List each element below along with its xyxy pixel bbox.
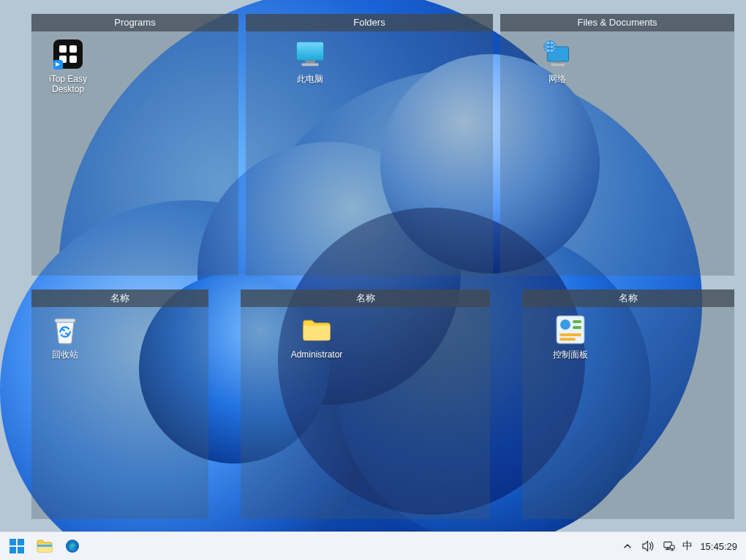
itop-icon [53, 39, 83, 69]
svg-rect-7 [297, 42, 323, 61]
desktop-icon-label: 控制面板 [543, 349, 598, 360]
fence-name3-title[interactable]: 名称 [522, 290, 734, 307]
svg-rect-26 [37, 545, 52, 547]
windows-logo-icon [10, 539, 24, 553]
tray-sound[interactable] [641, 540, 655, 553]
desktop-icon-administrator-folder[interactable]: Administrator [285, 314, 349, 360]
speaker-icon [642, 540, 655, 552]
network-icon [542, 39, 573, 69]
desktop-icon-control-panel[interactable]: 控制面板 [543, 314, 598, 360]
network-tray-icon [663, 540, 675, 552]
fence-programs[interactable]: Programs iTop Easy Desktop [31, 14, 238, 276]
taskbar-file-explorer[interactable] [32, 534, 57, 558]
desktop-icon-this-pc[interactable]: 此电脑 [282, 39, 338, 84]
tray-show-hidden-icons[interactable] [621, 540, 634, 553]
svg-rect-29 [667, 548, 669, 549]
taskbar: 中 15:45:29 [0, 531, 746, 560]
svg-rect-22 [18, 539, 24, 545]
svg-point-16 [560, 319, 570, 330]
tray-network[interactable] [662, 540, 675, 553]
desktop-icon-label: Administrator [285, 349, 349, 360]
tray-ime-indicator[interactable]: 中 [682, 540, 693, 553]
desktop-icon-network[interactable]: 网络 [530, 39, 585, 84]
svg-rect-32 [671, 549, 673, 550]
desktop-icon-label: 回收站 [37, 349, 93, 360]
svg-rect-12 [551, 64, 565, 67]
fence-name2-title[interactable]: 名称 [241, 290, 490, 307]
start-button[interactable] [4, 534, 29, 558]
taskbar-clock[interactable]: 15:45:29 [700, 541, 737, 552]
svg-rect-9 [302, 63, 319, 66]
folder-icon [301, 314, 332, 345]
fence-files-documents[interactable]: Files & Documents 网络 [500, 14, 734, 276]
fence-programs-title[interactable]: Programs [31, 14, 238, 31]
svg-rect-18 [573, 326, 581, 329]
desktop-icon-label: 此电脑 [282, 74, 338, 84]
fence-files-title[interactable]: Files & Documents [500, 14, 734, 31]
fence-folders-title[interactable]: Folders [246, 14, 493, 31]
svg-rect-31 [670, 545, 674, 549]
svg-rect-20 [560, 338, 576, 341]
svg-rect-17 [573, 320, 581, 323]
fence-name-1[interactable]: 名称 回收站 [31, 290, 208, 519]
svg-rect-30 [666, 549, 671, 550]
svg-rect-11 [554, 61, 562, 64]
svg-rect-14 [55, 319, 75, 322]
svg-rect-24 [18, 547, 24, 553]
fence-name1-title[interactable]: 名称 [31, 290, 208, 307]
this-pc-icon [295, 39, 325, 69]
desktop-icon-label: iTop Easy Desktop [40, 74, 96, 94]
svg-rect-23 [10, 547, 16, 553]
taskbar-edge[interactable] [60, 534, 85, 558]
svg-rect-33 [671, 550, 674, 550]
svg-rect-19 [560, 333, 581, 336]
chevron-up-icon [623, 542, 632, 550]
control-panel-icon [555, 314, 586, 345]
fence-name-3[interactable]: 名称 控制面板 [522, 290, 734, 519]
desktop-icon-label: 网络 [530, 74, 585, 84]
edge-icon [65, 539, 80, 553]
desktop-icon-itop-easy-desktop[interactable]: iTop Easy Desktop [40, 39, 96, 94]
file-explorer-icon [37, 540, 53, 553]
fence-name-2[interactable]: 名称 Administrator [241, 290, 490, 519]
desktop-icon-recycle-bin[interactable]: 回收站 [37, 314, 93, 360]
fence-folders[interactable]: Folders 此电脑 [246, 14, 493, 276]
svg-rect-4 [69, 56, 77, 63]
svg-rect-1 [59, 45, 67, 53]
svg-rect-2 [69, 45, 77, 53]
svg-rect-21 [10, 539, 16, 545]
svg-rect-8 [305, 61, 314, 64]
recycle-bin-icon [50, 314, 80, 345]
